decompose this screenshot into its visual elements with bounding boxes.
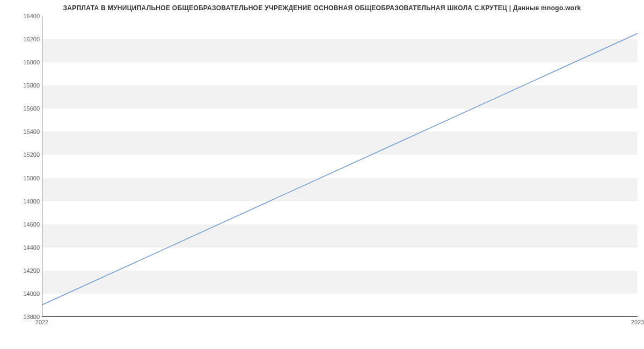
y-tick-label: 14000 [8, 290, 40, 297]
y-tick-label: 15000 [8, 175, 40, 181]
y-tick-label: 15200 [8, 151, 40, 158]
y-tick-label: 14200 [8, 267, 40, 274]
y-tick-label: 14400 [8, 244, 40, 251]
chart-title: ЗАРПЛАТА В МУНИЦИПАЛЬНОЕ ОБЩЕОБРАЗОВАТЕЛ… [0, 4, 644, 12]
x-tick-label: 2023 [631, 319, 644, 325]
y-tick-label: 16400 [8, 13, 40, 19]
x-tick-label: 2022 [35, 319, 48, 325]
y-tick-label: 15800 [8, 82, 40, 89]
y-tick-label: 15600 [8, 105, 40, 112]
y-tick-label: 14600 [8, 221, 40, 228]
y-tick-label: 15400 [8, 128, 40, 135]
chart-line-svg [42, 16, 638, 316]
data-series-line [42, 33, 638, 304]
y-tick-label: 16200 [8, 36, 40, 42]
y-tick-label: 16000 [8, 59, 40, 66]
y-tick-label: 14800 [8, 198, 40, 205]
plot-area [42, 16, 638, 317]
